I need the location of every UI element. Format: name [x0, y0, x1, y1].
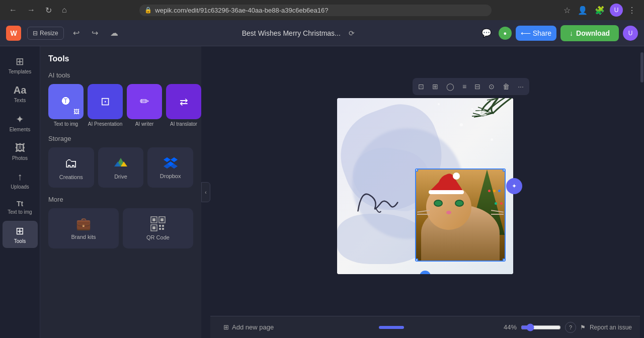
snow-4	[491, 138, 493, 141]
report-issue-link[interactable]: Report an issue	[590, 324, 632, 331]
light-red	[488, 190, 491, 192]
drive-icon	[113, 155, 128, 171]
santa-hat-svg	[429, 172, 464, 195]
bottom-bar: ⊞ Add new page 44% ? ⚑ Report an issue	[210, 316, 640, 338]
redo-button[interactable]: ↪	[89, 25, 101, 41]
undo-button[interactable]: ↩	[70, 25, 83, 41]
storage-grid: 🗂 Creations Drive	[48, 147, 193, 188]
share-button[interactable]: ⟵ Share	[516, 26, 556, 41]
svg-point-15	[453, 173, 460, 180]
bottom-right: 44% ? ⚑ Report an issue	[504, 322, 632, 333]
float-crop-button[interactable]: ⊡	[415, 80, 428, 93]
add-page-button[interactable]: ⊞ Add new page	[218, 320, 279, 334]
cat-nose	[446, 211, 451, 214]
tool-ai-presentation[interactable]: ⊡ AI Presentation	[88, 84, 123, 127]
storage-drive[interactable]: Drive	[98, 147, 144, 188]
zoom-slider[interactable]	[521, 323, 561, 331]
more-grid: 💼 Brand kits QR Code	[48, 208, 193, 248]
refresh-button[interactable]: ↻	[42, 5, 55, 16]
signature-svg	[350, 177, 404, 221]
svg-rect-14	[429, 190, 464, 194]
tools-panel: Tools AI tools 🅣 🖼 Text to img ⊡ AI Pres…	[40, 46, 201, 338]
storage-dropbox[interactable]: Dropbox	[147, 147, 193, 188]
sidebar-item-templates[interactable]: ⊞ Templates	[3, 51, 38, 78]
handle-tr[interactable]	[503, 168, 506, 172]
download-button[interactable]: ↓ Download	[560, 25, 619, 41]
light-blue	[498, 190, 501, 192]
handle-tl[interactable]	[415, 168, 418, 172]
light-yellow	[493, 190, 496, 192]
sidebar-item-tools[interactable]: ⊞ Tools	[3, 221, 38, 248]
storage-creations[interactable]: 🗂 Creations	[48, 147, 94, 188]
extensions-button[interactable]: 🧩	[593, 4, 607, 17]
more-brand-kits[interactable]: 💼 Brand kits	[48, 208, 119, 248]
resize-button[interactable]: ⊟ Resize	[27, 27, 64, 40]
scrollbar-thumb[interactable]	[640, 52, 643, 82]
canvas-container[interactable]: ⧉ ↻ 🗑 ⊡ ⊞ ◯ ≡ ⊟ ⊙ 🗑 ···	[210, 46, 640, 316]
user-avatar[interactable]: U	[623, 26, 638, 41]
svg-rect-10	[162, 228, 164, 230]
light-green	[495, 202, 497, 205]
tool-text-to-img[interactable]: 🅣 🖼 Text to img	[48, 84, 84, 127]
whisker-right-mid	[491, 214, 504, 215]
float-delete-button[interactable]: 🗑	[499, 80, 513, 93]
design-canvas[interactable]: ↕	[337, 98, 513, 274]
sidebar-icons: ⊞ Templates Aa Texts ✦ Elements 🖼 Photos…	[0, 46, 40, 338]
float-more-button[interactable]: ···	[514, 80, 527, 93]
dropbox-label: Dropbox	[160, 173, 181, 179]
snow-3	[471, 108, 473, 110]
sidebar-item-elements[interactable]: ✦ Elements	[3, 109, 38, 136]
tool-ai-writer[interactable]: ✏ AI writer	[127, 84, 162, 127]
back-button[interactable]: ←	[6, 5, 20, 16]
page-dot-active[interactable]	[379, 326, 404, 329]
bookmark-button[interactable]: ☆	[561, 4, 573, 17]
right-scrollbar[interactable]	[640, 46, 644, 338]
home-button[interactable]: ⌂	[59, 5, 70, 16]
menu-button[interactable]: ⋮	[626, 4, 638, 17]
snow-2	[460, 123, 463, 126]
float-settings-button[interactable]: ≡	[459, 80, 470, 93]
sidebar-item-text-to-img[interactable]: Tt Text to img	[3, 196, 38, 219]
resize-icon: ⊟	[33, 30, 38, 37]
float-circle-button[interactable]: ◯	[443, 80, 458, 93]
page-dots	[379, 326, 404, 329]
ai-writer-card[interactable]: ✏	[127, 84, 162, 119]
tree-lights-mid	[495, 202, 503, 205]
more-qr-code[interactable]: QR Code	[123, 208, 193, 248]
ai-enhance-button[interactable]: ✦	[506, 178, 522, 194]
cloud-save-button[interactable]: ☁	[107, 25, 121, 41]
ai-translator-card[interactable]: ⇄	[166, 84, 201, 119]
avatar-button[interactable]: U	[610, 4, 623, 17]
profile-button[interactable]: 👤	[576, 4, 590, 17]
storage-section-title: Storage	[48, 135, 193, 142]
float-img-button[interactable]: ⊙	[485, 80, 498, 93]
browser-chrome: ← → ↻ ⌂ 🔒 wepik.com/edit/91c63296-36ae-4…	[0, 0, 644, 20]
forward-button[interactable]: →	[24, 5, 38, 16]
cat-image-element[interactable]	[415, 168, 506, 262]
float-crop2-button[interactable]: ⊟	[471, 80, 484, 93]
ai-writer-label: AI writer	[135, 121, 154, 127]
elements-icon: ✦	[16, 113, 24, 125]
app-logo: W	[6, 26, 21, 41]
creations-label: Creations	[59, 174, 83, 180]
tool-ai-translator[interactable]: ⇄ AI translator	[166, 84, 201, 127]
comments-button[interactable]: 💬	[478, 25, 495, 41]
ai-presentation-card[interactable]: ⊡	[88, 84, 123, 119]
texts-icon: Aa	[14, 84, 27, 96]
help-button[interactable]: ?	[565, 322, 576, 333]
ai-presentation-label: AI Presentation	[88, 121, 122, 127]
history-button[interactable]: ⟳	[346, 26, 358, 40]
text-to-img-card[interactable]: 🅣 🖼	[48, 84, 84, 119]
panel-collapse-button[interactable]: ‹	[201, 182, 210, 202]
address-bar[interactable]: 🔒 wepik.com/edit/91c63296-36ae-40aa-be88…	[139, 5, 492, 16]
float-grid-button[interactable]: ⊞	[429, 80, 442, 93]
sidebar-item-texts[interactable]: Aa Texts	[3, 80, 38, 107]
cat-eye-right	[455, 200, 464, 207]
svg-rect-9	[159, 228, 161, 230]
sidebar-item-photos[interactable]: 🖼 Photos	[3, 138, 38, 165]
photos-icon: 🖼	[15, 142, 25, 154]
handle-br[interactable]	[503, 259, 506, 262]
handle-bl[interactable]	[415, 259, 418, 262]
signature-element	[350, 177, 404, 226]
sidebar-item-uploads[interactable]: ↑ Uploads	[3, 167, 38, 194]
